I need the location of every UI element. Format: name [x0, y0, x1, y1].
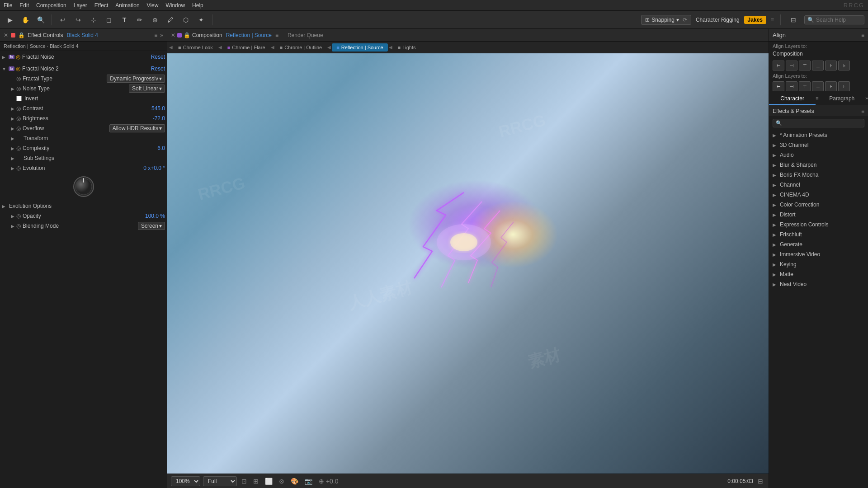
dist-center-h-btn[interactable]: ⊣ — [786, 81, 797, 91]
tool-brush[interactable]: 🖊 — [164, 14, 177, 26]
tool-zoom[interactable]: 🔍 — [34, 14, 47, 26]
menu-edit[interactable]: Edit — [19, 2, 29, 9]
tool-transform[interactable]: ⊹ — [87, 14, 100, 26]
effect-row-fractal-noise[interactable]: ▶ fx ◎ Fractal Noise Reset — [0, 52, 167, 62]
paragraph-tab[interactable]: Paragraph — [819, 93, 865, 105]
tool-rect[interactable]: ◻ — [103, 14, 115, 26]
evolution-value[interactable]: 0 x+0.0 ° — [143, 165, 165, 171]
align-bottom-btn[interactable]: ⊧ — [838, 61, 850, 70]
param-dropdown-overflow[interactable]: Allow HDR Results ▾ — [109, 124, 165, 132]
tool-redo[interactable]: ↪ — [72, 14, 85, 26]
user-button[interactable]: Jakes — [744, 16, 766, 24]
quality-select[interactable]: Full Half Quarter — [203, 476, 237, 486]
panel-close-btn[interactable]: ✕ — [4, 32, 8, 38]
menu-help[interactable]: Help — [192, 2, 203, 9]
effects-item-animation-presets[interactable]: ▶ * Animation Presets — [769, 130, 868, 140]
evolution-dial[interactable] — [72, 175, 95, 198]
character-tab[interactable]: Character — [769, 93, 816, 105]
search-box[interactable]: 🔍 — [804, 15, 864, 24]
dist-right-btn[interactable]: ⊤ — [799, 81, 811, 91]
invert-checkbox[interactable] — [16, 96, 22, 101]
effects-item-matte[interactable]: ▶ Matte — [769, 269, 868, 279]
effects-search-input[interactable] — [782, 121, 861, 126]
dist-top-btn[interactable]: ⊥ — [812, 81, 824, 91]
effect-controls-scroll[interactable]: ▶ fx ◎ Fractal Noise Reset ▼ fx ◎ Fracta… — [0, 51, 167, 488]
effects-search-box[interactable]: 🔍 — [773, 119, 864, 127]
brightness-value[interactable]: -72.0 — [153, 115, 165, 122]
comp-tab-lights[interactable]: ■ Lights — [393, 43, 420, 52]
param-dropdown-ntype[interactable]: Soft Linear ▾ — [129, 84, 165, 93]
viewport[interactable]: RRCG 人人素材 RRCG 素材 — [167, 53, 769, 474]
dist-bottom-btn[interactable]: ⊧ — [838, 81, 850, 91]
transparency-icon[interactable]: ⊞ — [251, 477, 260, 486]
param-dropdown-blend[interactable]: Screen ▾ — [138, 222, 165, 230]
tool-undo[interactable]: ↩ — [57, 14, 69, 26]
dist-center-v-btn[interactable]: ⊦ — [825, 81, 837, 91]
contrast-value[interactable]: 545.0 — [151, 105, 165, 112]
effects-item-cinema4d[interactable]: ▶ CINEMA 4D — [769, 190, 868, 200]
menu-effect[interactable]: Effect — [94, 2, 108, 9]
align-top-btn[interactable]: ⊥ — [812, 61, 824, 70]
effects-item-neat-video[interactable]: ▶ Neat Video — [769, 279, 868, 289]
search-input[interactable] — [816, 17, 861, 23]
comp-tab-label[interactable]: Composition — [192, 32, 222, 38]
comp-tab-chrome-flare[interactable]: ■ Chrome | Flare — [223, 43, 270, 52]
effects-item-blur-sharpen[interactable]: ▶ Blur & Sharpen — [769, 160, 868, 170]
effects-menu-icon[interactable]: ≡ — [861, 108, 864, 114]
menu-view[interactable]: View — [147, 2, 159, 9]
tool-pin[interactable]: ✦ — [195, 14, 208, 26]
effects-item-expression-controls[interactable]: ▶ Expression Controls — [769, 220, 868, 230]
snapping-toggle[interactable]: ⊞ Snapping ▾ ⟳ — [641, 15, 691, 25]
menu-animation[interactable]: Animation — [115, 2, 139, 9]
tool-hand[interactable]: ✋ — [19, 14, 32, 26]
effects-item-keying[interactable]: ▶ Keying — [769, 259, 868, 269]
render-queue-tab[interactable]: Render Queue — [288, 32, 323, 38]
menu-layer[interactable]: Layer — [74, 2, 87, 9]
toolbar-more-icon[interactable]: ≡ — [771, 17, 774, 23]
effects-item-immersive-video[interactable]: ▶ Immersive Video — [769, 249, 868, 259]
zoom-select[interactable]: 100% 50% 200% — [171, 476, 200, 486]
view-select-icon[interactable]: ⊗ — [277, 477, 286, 486]
effects-item-color-correction[interactable]: ▶ Color Correction — [769, 200, 868, 210]
effect-row-fractal-noise-2[interactable]: ▼ fx ◎ Fractal Noise 2 Reset — [0, 64, 167, 74]
align-center-h-btn[interactable]: ⊣ — [786, 61, 797, 70]
opacity-value[interactable]: 100.0 % — [145, 213, 165, 219]
comp-tab-reflection-source[interactable]: ■ Reflection | Source — [332, 43, 387, 52]
active-camera-icon[interactable]: ⬜ — [263, 477, 274, 486]
snapshot-icon[interactable]: 📷 — [303, 477, 314, 486]
region-of-interest-icon[interactable]: ⊡ — [240, 477, 249, 486]
effects-item-channel[interactable]: ▶ Channel — [769, 180, 868, 190]
effect-controls-tab[interactable]: Effect Controls Black Solid 4 — [28, 32, 98, 38]
align-right-btn[interactable]: ⊤ — [799, 61, 811, 70]
param-evolution-options[interactable]: ▶ Evolution Options — [0, 201, 167, 211]
align-menu-icon[interactable]: ≡ — [861, 32, 864, 38]
color-mgmt-icon[interactable]: 🎨 — [289, 477, 300, 486]
effect-reset-2[interactable]: Reset — [151, 66, 165, 72]
param-dropdown-ftype[interactable]: Dynamic Progressiv ▾ — [107, 75, 165, 83]
comp-menu-icon[interactable]: ≡ — [275, 32, 278, 38]
tool-select[interactable]: ▶ — [4, 14, 16, 26]
align-left-btn[interactable]: ⊢ — [773, 61, 784, 70]
menu-file[interactable]: File — [4, 2, 12, 9]
effects-item-audio[interactable]: ▶ Audio — [769, 150, 868, 160]
comp-panel-close[interactable]: ✕ — [171, 32, 175, 38]
tool-puppet[interactable]: ⬡ — [179, 14, 192, 26]
tabs-left-arrow[interactable]: ◀ — [169, 45, 173, 50]
workspace-btn[interactable]: ⊟ — [787, 14, 800, 26]
tool-pen[interactable]: ✏ — [133, 14, 146, 26]
dist-left-btn[interactable]: ⊢ — [773, 81, 784, 91]
menu-composition[interactable]: Composition — [36, 2, 66, 9]
effects-item-boris-fx[interactable]: ▶ Boris FX Mocha — [769, 170, 868, 180]
exposure-icon[interactable]: ⊕ +0.0 — [317, 477, 340, 486]
align-center-v-btn[interactable]: ⊦ — [825, 61, 837, 70]
reset-exposure-icon[interactable]: ⊟ — [756, 477, 765, 486]
effects-item-distort[interactable]: ▶ Distort — [769, 210, 868, 220]
tool-text[interactable]: T — [118, 14, 131, 26]
comp-tab-chrome-outline[interactable]: ■ Chrome | Outline — [275, 43, 327, 52]
comp-tab-chrome-look[interactable]: ■ Chrome Look — [174, 43, 217, 52]
complexity-value[interactable]: 6.0 — [157, 145, 165, 151]
menu-window[interactable]: Window — [165, 2, 185, 9]
effects-item-generate[interactable]: ▶ Generate — [769, 239, 868, 249]
panel-menu-btn[interactable]: ≡ — [154, 32, 157, 38]
panel-expand-btn[interactable]: » — [160, 32, 163, 38]
